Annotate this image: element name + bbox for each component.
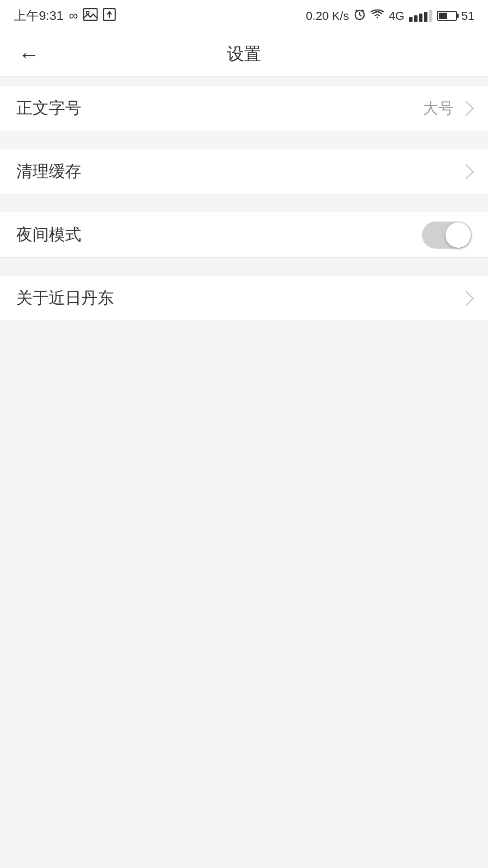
about-right	[461, 293, 472, 304]
section-gap-1	[0, 131, 488, 140]
clear-cache-label: 清理缓存	[16, 160, 81, 183]
svg-line-6	[360, 15, 361, 16]
time-display: 上午9:31	[14, 7, 64, 24]
page-title: 设置	[227, 42, 261, 66]
wifi-icon	[371, 9, 384, 23]
battery-level: 51	[461, 9, 474, 23]
status-bar: 上午9:31 ∞ 0.20 K/s	[0, 0, 488, 32]
speed-display: 0.20 K/s	[306, 9, 349, 23]
network-label: 4G	[389, 9, 404, 23]
alarm-icon	[353, 8, 366, 24]
settings-item-night-mode[interactable]: 夜间模式	[0, 212, 488, 258]
font-size-right: 大号	[423, 98, 472, 119]
settings-item-clear-cache[interactable]: 清理缓存	[0, 149, 488, 194]
svg-point-1	[86, 11, 89, 14]
font-size-label: 正文字号	[16, 97, 81, 119]
status-left: 上午9:31 ∞	[14, 7, 116, 24]
font-size-value: 大号	[423, 98, 454, 119]
svg-rect-0	[84, 9, 97, 20]
settings-item-about[interactable]: 关于近日丹东	[0, 276, 488, 321]
section-gap-2	[0, 194, 488, 203]
page-header: ← 设置	[0, 32, 488, 77]
settings-list-3: 夜间模式	[0, 212, 488, 258]
back-button[interactable]: ←	[14, 37, 44, 71]
status-right: 0.20 K/s 4G	[306, 8, 474, 24]
chevron-right-icon	[459, 101, 474, 116]
settings-item-font-size[interactable]: 正文字号 大号	[0, 86, 488, 131]
night-mode-label: 夜间模式	[16, 224, 81, 246]
toggle-knob	[446, 222, 471, 248]
settings-list-2: 清理缓存	[0, 149, 488, 194]
chevron-right-icon	[459, 291, 474, 306]
clear-cache-right	[461, 166, 472, 177]
upload-icon	[103, 8, 116, 24]
image-icon	[83, 8, 98, 24]
chevron-right-icon	[459, 164, 474, 179]
settings-list-4: 关于近日丹东	[0, 276, 488, 321]
signal-strength	[409, 10, 432, 22]
about-label: 关于近日丹东	[16, 287, 114, 309]
infinity-icon: ∞	[69, 9, 78, 23]
section-gap-3	[0, 258, 488, 267]
battery-indicator	[437, 11, 457, 21]
night-mode-toggle[interactable]	[422, 222, 472, 249]
settings-list: 正文字号 大号	[0, 86, 488, 131]
